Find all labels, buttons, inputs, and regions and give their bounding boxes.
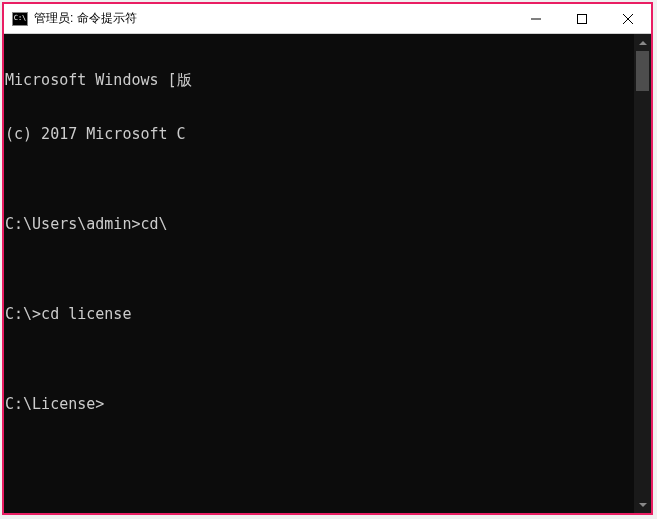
chevron-up-icon [639, 39, 647, 47]
titlebar[interactable]: C:\ 管理员: 命令提示符 [4, 4, 651, 34]
scroll-down-button[interactable] [634, 496, 651, 513]
terminal-line: C:\License> [5, 395, 650, 413]
chevron-down-icon [639, 501, 647, 509]
close-icon [623, 14, 633, 24]
vertical-scrollbar[interactable] [634, 34, 651, 513]
minimize-icon [531, 14, 541, 24]
minimize-button[interactable] [513, 4, 559, 33]
terminal-area[interactable]: Microsoft Windows [版 (c) 2017 Microsoft … [4, 34, 651, 513]
terminal-line: C:\Users\admin>cd\ [5, 215, 650, 233]
window-title: 管理员: 命令提示符 [34, 10, 513, 27]
svg-rect-1 [578, 14, 587, 23]
terminal-content: Microsoft Windows [版 (c) 2017 Microsoft … [4, 34, 651, 450]
scrollbar-track[interactable] [634, 51, 651, 496]
close-button[interactable] [605, 4, 651, 33]
scroll-up-button[interactable] [634, 34, 651, 51]
window-controls [513, 4, 651, 33]
maximize-button[interactable] [559, 4, 605, 33]
command-prompt-window: C:\ 管理员: 命令提示符 Microsoft [2, 2, 653, 515]
scrollbar-thumb[interactable] [636, 51, 649, 91]
terminal-line: C:\>cd license [5, 305, 650, 323]
app-icon: C:\ [12, 12, 28, 26]
terminal-line: (c) 2017 Microsoft C [5, 125, 650, 143]
maximize-icon [577, 14, 587, 24]
app-icon-text: C:\ [14, 15, 27, 22]
terminal-line: Microsoft Windows [版 [5, 71, 650, 89]
